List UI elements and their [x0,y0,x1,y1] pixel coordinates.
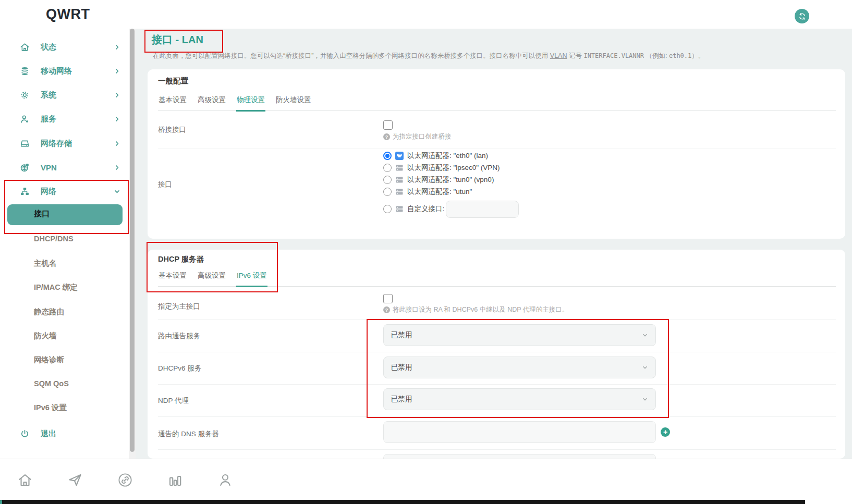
desc-text: ）。 [691,52,704,59]
radio-unselected[interactable] [383,205,392,213]
link-icon[interactable] [117,472,133,488]
refresh-button[interactable] [795,9,809,23]
user-gear-icon [20,114,30,124]
radio-unselected[interactable] [383,176,392,184]
sidebar-item-label: 网络存储 [41,139,72,149]
row-divider [158,319,836,320]
tab-basic-settings[interactable]: 基本设置 [158,95,187,110]
card-title: DHCP 服务器 [158,254,204,264]
adapter-gray-icon [395,176,404,184]
sidebar-item-label: 网络 [41,187,56,196]
sidebar-subitem-sqm-qos[interactable]: SQM QoS [34,377,69,390]
chevron-down-icon [642,396,648,402]
chevron-right-icon [114,116,120,122]
dhcpv6-service-label: DHCPv6 服务 [158,364,201,373]
network-tree-icon [20,187,30,196]
row-divider [158,449,836,450]
tab-physical-settings[interactable]: 物理设置 [236,95,265,112]
announced-dns-input[interactable] [383,421,656,443]
radio-option-label: 以太网适配器: "utun" [407,187,472,196]
app-logo: QWRT [46,6,90,22]
bridge-interface-checkbox[interactable] [383,120,393,130]
sidebar-item-status[interactable]: 状态 [0,39,129,55]
card-title: 一般配置 [158,76,188,86]
sidebar-subitem-interfaces-active[interactable]: 接口 [7,204,123,225]
chevron-right-icon [114,68,120,75]
sidebar-item-network[interactable]: 网络 [0,183,129,200]
sidebar-item-logout[interactable]: 退出 [0,425,129,442]
sidebar-item-label: 系统 [41,90,56,100]
ndp-proxy-select[interactable]: 已禁用 [383,388,656,410]
master-interface-label: 指定为主接口 [158,302,200,311]
ndp-proxy-label: NDP 代理 [158,396,189,405]
power-icon [20,429,30,439]
sidebar-item-mobile-network[interactable]: 移动网络 [0,63,129,79]
person-icon[interactable] [217,472,233,488]
add-dns-button[interactable]: + [661,427,670,437]
desc-text: 记号 [567,52,583,59]
desc-text: （例如: [644,52,669,59]
bridge-interface-help: ? 为指定接口创建桥接 [383,132,452,141]
sidebar-item-label: 服务 [41,114,56,124]
sidebar-subitem-static-routes[interactable]: 静态路由 [34,305,64,318]
interface-option-custom[interactable]: 自定义接口: [383,200,444,218]
globe-icon [20,163,30,173]
sidebar-item-label: 状态 [41,42,56,52]
sidebar-subitem-ip-mac-binding[interactable]: IP/MAC 绑定 [34,280,78,294]
sidebar: 状态 移动网络 系统 [0,29,129,459]
tab-ipv6-settings[interactable]: IPv6 设置 [236,271,267,287]
desc-text: 在此页面，您可以配置网络接口。您可以勾选“桥接接口”，并输入由空格分隔的多个网络… [153,52,550,59]
custom-interface-input[interactable] [446,201,519,218]
vlan-link[interactable]: VLAN [550,52,567,59]
master-interface-checkbox[interactable] [383,294,393,303]
sidebar-subitem-label: 接口 [34,209,50,219]
desc-code: eth0.1 [669,52,691,59]
help-text: 将此接口设为 RA 和 DHCPv6 中继以及 NDP 代理的主接口。 [393,305,568,314]
chevron-right-icon [114,140,120,147]
sidebar-subitem-dhcp-dns[interactable]: DHCP/DNS [34,232,74,245]
help-icon: ? [383,306,390,313]
radio-unselected[interactable] [383,164,392,172]
sidebar-subitem-hostname[interactable]: 主机名 [34,256,57,270]
sidebar-item-label: 退出 [41,429,56,439]
bridge-interface-label: 桥接接口 [158,125,186,134]
row-divider [158,352,836,352]
page-title: 接口 - LAN [152,33,203,47]
tab-basic-settings[interactable]: 基本设置 [158,271,187,286]
home-icon[interactable] [17,472,33,488]
chevron-down-icon [642,364,648,371]
sidebar-item-vpn[interactable]: VPN [0,159,129,176]
radio-selected[interactable] [383,152,392,160]
radio-unselected[interactable] [383,188,392,196]
sidebar-scrollbar[interactable] [129,29,136,459]
sidebar-item-network-storage[interactable]: 网络存储 [0,135,129,152]
tab-advanced-settings[interactable]: 高级设置 [197,95,226,110]
interface-option-utun[interactable]: 以太网适配器: "utun" [383,186,472,198]
database-icon [20,66,30,76]
help-icon: ? [383,133,390,140]
select-value: 已禁用 [391,395,412,404]
sidebar-subitem-firewall[interactable]: 防火墙 [34,329,57,342]
sidebar-subitem-ipv6-settings[interactable]: IPv6 设置 [34,401,67,414]
interface-option-eth0[interactable]: 以太网适配器: "eth0" (lan) [383,150,488,162]
scrollbar-thumb[interactable] [130,29,135,452]
bottom-black-bar [0,500,805,504]
sidebar-item-system[interactable]: 系统 [0,87,129,103]
interface-option-ipsec0[interactable]: 以太网适配器: "ipsec0" (VPN) [383,162,500,174]
chevron-right-icon [114,164,120,171]
bottom-toolbar [0,459,852,500]
ra-service-select[interactable]: 已禁用 [383,324,656,346]
announced-dns-input-2[interactable] [383,454,656,459]
sidebar-subitem-diagnostics[interactable]: 网络诊断 [34,353,64,366]
radio-option-label: 自定义接口: [407,204,444,214]
radio-option-label: 以太网适配器: "ipsec0" (VPN) [407,163,500,173]
drive-icon [20,139,30,149]
send-icon[interactable] [67,472,83,488]
bar-chart-icon[interactable] [167,472,183,488]
sidebar-item-services[interactable]: 服务 [0,110,129,127]
dhcpv6-service-select[interactable]: 已禁用 [383,357,656,378]
tab-firewall-settings[interactable]: 防火墙设置 [275,95,312,110]
row-divider [158,384,836,385]
interface-option-tun0[interactable]: 以太网适配器: "tun0" (vpn0) [383,174,494,186]
tab-advanced-settings[interactable]: 高级设置 [197,271,226,286]
